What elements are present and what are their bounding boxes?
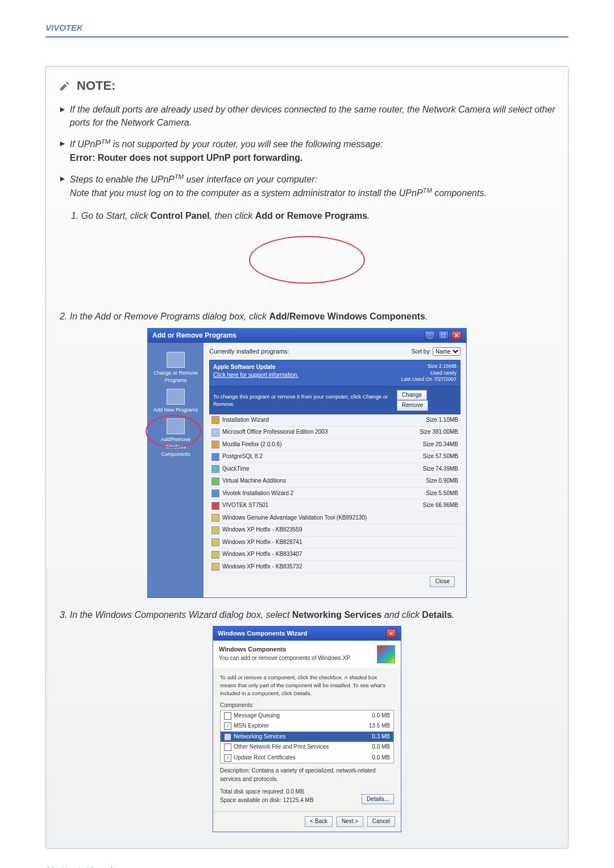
program-icon — [211, 441, 219, 448]
checkbox-icon[interactable] — [224, 712, 231, 720]
program-row[interactable]: Windows XP Hotfix - KB833407 — [209, 549, 460, 561]
arrow-icon: ► — [59, 137, 67, 164]
program-icon — [211, 489, 219, 497]
component-row[interactable]: Update Root Certificates0.0 MB — [221, 753, 393, 763]
note-title: NOTE: — [77, 77, 115, 95]
program-icon — [211, 416, 219, 424]
note-text: If UPnPTM is not supported by your route… — [70, 137, 383, 164]
details-button[interactable]: Details... — [362, 794, 394, 805]
window-title: Add or Remove Programs — [152, 331, 237, 340]
close-button[interactable]: Close — [430, 576, 455, 587]
sidebar-change-remove[interactable]: Change or Remove Programs — [150, 352, 201, 384]
window-buttons: _ □ × — [424, 331, 462, 340]
brand: VIVOTEK — [45, 23, 83, 32]
program-row[interactable]: Installation WizardSize 1.10MB — [209, 414, 460, 427]
checkbox-icon[interactable] — [224, 733, 231, 741]
sort-by: Sort by: Name — [412, 347, 460, 356]
program-row[interactable]: PostgreSQL 8.2Size 57.50MB — [209, 451, 460, 463]
note-item-1: ► If the default ports are already used … — [59, 103, 555, 129]
checkbox-icon[interactable] — [224, 754, 231, 762]
program-row[interactable]: Vivotek Installation Wizard 2Size 5.50MB — [209, 488, 460, 500]
maximize-icon[interactable]: □ — [438, 331, 449, 340]
highlight-oval — [146, 415, 201, 448]
arrow-icon: ► — [59, 172, 67, 200]
note-text: If the default ports are already used by… — [70, 103, 555, 129]
box-icon — [167, 352, 185, 368]
sidebar-windows-components[interactable]: Add/Remove Windows Components — [150, 418, 201, 458]
pencil-icon — [59, 80, 71, 92]
selected-program-actions: To change this program or remove it from… — [209, 387, 460, 414]
note-item-2: ► If UPnPTM is not supported by your rou… — [59, 137, 555, 164]
arp-main: Currently installed programs: Sort by: N… — [204, 343, 466, 597]
current-programs-label: Currently installed programs: — [209, 347, 289, 356]
remove-button[interactable]: Remove — [397, 400, 428, 411]
disk-space-info: Total disk space required: 0.0 MB Space … — [220, 788, 314, 804]
program-icon — [211, 551, 219, 559]
program-row[interactable]: Windows XP Hotfix - KB828741 — [209, 537, 460, 549]
wizard-buttons: < Back Next > Cancel — [213, 811, 401, 832]
support-link[interactable]: Click here for support information. — [213, 372, 298, 378]
windows-components-wizard: Windows Components Wizard × Windows Comp… — [213, 626, 401, 832]
header-bar: VIVOTEK — [45, 23, 569, 38]
program-icon — [211, 526, 219, 534]
cd-icon — [167, 389, 185, 405]
program-icon — [211, 514, 219, 522]
program-icon — [211, 563, 219, 571]
program-icon — [211, 453, 219, 461]
arrow-icon: ► — [59, 103, 67, 129]
program-row[interactable]: Virtual Machine AdditionsSize 0.90MB — [209, 475, 460, 488]
program-row[interactable]: Windows Genuine Advantage Validation Too… — [209, 512, 460, 525]
next-button[interactable]: Next > — [337, 816, 363, 827]
page-footer: 62 - User's Manual — [45, 866, 569, 868]
page: VIVOTEK NOTE: ► If the default ports are… — [0, 0, 614, 868]
checkbox-icon[interactable] — [224, 722, 231, 730]
step-1: 1. Go to Start, click Control Panel, the… — [71, 209, 555, 222]
change-button[interactable]: Change — [397, 390, 427, 401]
program-row[interactable]: Mozilla Firefox (2.0.0.6)Size 20.34MB — [209, 439, 460, 451]
selected-program-header[interactable]: Apple Software Update Click here for sup… — [209, 360, 460, 387]
program-icon — [211, 538, 219, 546]
cancel-button[interactable]: Cancel — [367, 816, 395, 827]
program-icon — [211, 477, 219, 485]
note-heading: NOTE: — [59, 77, 555, 95]
windows-logo-icon — [377, 645, 395, 663]
program-row[interactable]: Windows XP Hotfix - KB835732 — [209, 561, 460, 574]
component-row[interactable]: MSN Explorer13.5 MB — [221, 721, 393, 732]
program-row[interactable]: VIVOTEK ST7501Size 66.96MB — [209, 500, 460, 512]
wizard-header: Windows Components You can add or remove… — [213, 641, 401, 668]
close-icon[interactable]: × — [451, 331, 462, 340]
error-line: Error: Router does not support UPnP port… — [70, 153, 302, 163]
component-row[interactable]: Message Queuing0.0 MB — [221, 711, 393, 721]
note-text: Steps to enable the UPnPTM user interfac… — [70, 172, 487, 200]
add-remove-programs-window: Add or Remove Programs _ □ × Change or R… — [147, 328, 467, 598]
wizard-desc: To add or remove a component, click the … — [220, 674, 394, 697]
checkbox-icon[interactable] — [224, 744, 231, 751]
sidebar-add-new[interactable]: Add New Programs — [150, 389, 201, 414]
window-titlebar[interactable]: Add or Remove Programs _ □ × — [148, 329, 466, 343]
component-row[interactable]: Other Network File and Print Services0.0… — [221, 742, 393, 753]
window-titlebar[interactable]: Windows Components Wizard × — [213, 626, 401, 641]
program-icon — [211, 465, 219, 473]
components-label: Components: — [220, 701, 394, 710]
note-item-3: ► Steps to enable the UPnPTM user interf… — [59, 172, 555, 200]
program-icon — [211, 429, 219, 437]
program-row[interactable]: QuickTimeSize 74.39MB — [209, 463, 460, 476]
program-list[interactable]: Installation WizardSize 1.10MBMicrosoft … — [209, 414, 460, 574]
step-2: 2. In the Add or Remove Programs dialog … — [59, 310, 555, 323]
highlight-oval-top — [59, 236, 555, 287]
program-row[interactable]: Microsoft Office Professional Edition 20… — [209, 426, 460, 439]
components-list[interactable]: Message Queuing0.0 MBMSN Explorer13.5 MB… — [220, 710, 394, 764]
sort-select[interactable]: Name — [433, 347, 460, 356]
component-row[interactable]: Networking Services0.3 MB — [221, 732, 393, 742]
note-box: NOTE: ► If the default ports are already… — [45, 66, 569, 849]
step-3: 3. In the Windows Components Wizard dial… — [59, 608, 555, 621]
arp-sidebar: Change or Remove Programs Add New Progra… — [148, 343, 204, 597]
program-icon — [211, 502, 219, 510]
program-row[interactable]: Windows XP Hotfix - KB823559 — [209, 524, 460, 537]
close-icon[interactable]: × — [386, 629, 396, 638]
component-description: Description: Contains a variety of speci… — [220, 767, 394, 783]
minimize-icon[interactable]: _ — [425, 331, 435, 340]
back-button[interactable]: < Back — [305, 816, 333, 827]
